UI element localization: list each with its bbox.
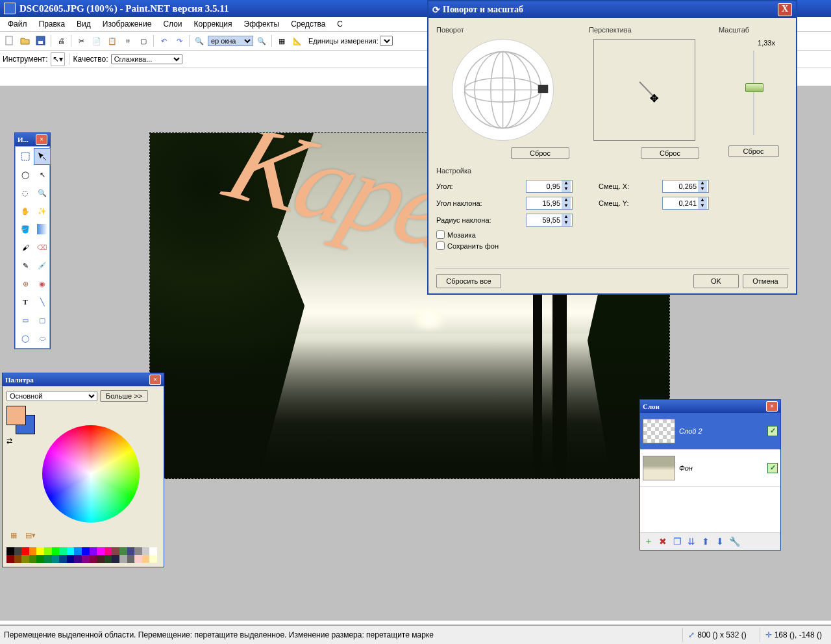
ok-button[interactable]: OK [693, 274, 739, 288]
redo-button[interactable]: ↷ [172, 34, 186, 48]
rotate-sphere[interactable] [452, 39, 554, 141]
new-button[interactable] [3, 34, 17, 48]
swap-colors-icon[interactable]: ⇄ [6, 437, 17, 447]
tilt-angle-input[interactable] [527, 197, 562, 209]
spinner[interactable]: ▲▼ [562, 197, 571, 209]
layer-up-icon[interactable]: ⬆ [700, 536, 712, 547]
angle-input[interactable] [527, 180, 562, 192]
primary-swatch[interactable] [6, 406, 26, 425]
tool-text[interactable]: T [17, 293, 34, 310]
layer-visible-checkbox[interactable]: ✓ [767, 426, 778, 436]
grid-button[interactable]: ▦ [275, 34, 289, 48]
layer-delete-icon[interactable]: ✖ [657, 536, 669, 547]
layer-down-icon[interactable]: ⬇ [714, 536, 726, 547]
layer-row[interactable]: Фон ✓ [640, 450, 780, 487]
color-mode-select[interactable]: Основной [6, 391, 97, 401]
color-wheel[interactable] [42, 425, 140, 523]
units-select[interactable]: п [380, 36, 393, 46]
cancel-button[interactable]: Отмена [743, 274, 788, 288]
tool-move-selection[interactable] [34, 148, 51, 165]
spinner[interactable]: ▲▼ [698, 180, 707, 192]
tool-rect-select[interactable] [17, 148, 34, 165]
reset-all-button[interactable]: Сбросить все [436, 274, 501, 288]
zoom-out-button[interactable]: 🔍 [192, 34, 206, 48]
menu-tools[interactable]: Средства [287, 18, 329, 30]
tool-ellipse-select[interactable]: ◌ [17, 184, 34, 201]
layer-visible-checkbox[interactable]: ✓ [767, 463, 778, 473]
tile-checkbox[interactable] [436, 230, 445, 239]
tool-clone[interactable]: ⊛ [17, 275, 34, 292]
add-palette-icon[interactable]: ▦ [6, 528, 21, 542]
pan-reset-button[interactable]: Сброс [641, 147, 699, 159]
menu-window[interactable]: С [333, 18, 347, 30]
tool-move[interactable]: ↖ [34, 166, 51, 183]
menu-view[interactable]: Вид [73, 18, 95, 30]
tool-rect[interactable]: ▭ [17, 312, 34, 328]
print-button[interactable]: 🖨 [54, 34, 68, 48]
rotate-reset-button[interactable]: Сброс [511, 147, 569, 159]
menu-image[interactable]: Изображение [99, 18, 156, 30]
tool-freeform[interactable]: ⬭ [34, 330, 51, 347]
perspective-control[interactable]: ✥ [593, 39, 695, 141]
tool-picker[interactable]: 💉 [34, 257, 51, 274]
spinner[interactable]: ▲▼ [562, 180, 571, 192]
crop-button[interactable]: ⌗ [121, 34, 135, 48]
colors-window[interactable]: Палитра× Основной Больше >> ⇄ ▦ ▤▾ [2, 373, 164, 567]
tool-zoom[interactable]: 🔍 [34, 184, 51, 201]
scale-reset-button[interactable]: Сброс [728, 145, 779, 157]
layer-row[interactable]: Слой 2 ✓ [640, 413, 780, 450]
tool-pan[interactable]: ✋ [17, 203, 34, 219]
tool-roundrect[interactable]: ▢ [34, 312, 51, 328]
tool-eraser[interactable]: ⌫ [34, 239, 51, 256]
paste-button[interactable]: 📋 [105, 34, 119, 48]
menu-adjust[interactable]: Коррекция [190, 18, 236, 30]
spinner[interactable]: ▲▼ [698, 197, 707, 209]
copy-button[interactable]: 📄 [90, 34, 104, 48]
scale-slider[interactable] [750, 51, 757, 135]
cut-button[interactable]: ✂ [74, 34, 88, 48]
layer-props-icon[interactable]: 🔧 [728, 536, 740, 547]
manage-palette-icon[interactable]: ▤▾ [23, 528, 38, 542]
layer-merge-icon[interactable]: ⇊ [686, 536, 697, 547]
zoom-select[interactable]: ер окна [208, 36, 253, 46]
more-button[interactable]: Больше >> [100, 390, 148, 402]
undo-button[interactable]: ↶ [156, 34, 171, 48]
tool-brush[interactable]: 🖌 [17, 239, 34, 256]
rotate-zoom-dialog[interactable]: ⟳ Поворот и масштаб X Поворот Сброс Перс… [427, 0, 797, 295]
deselect-button[interactable]: ▢ [136, 34, 151, 48]
menu-file[interactable]: Файл [4, 18, 31, 30]
menu-layers[interactable]: Слои [159, 18, 186, 30]
offx-input[interactable] [663, 180, 698, 192]
tool-lasso[interactable]: ◯ [17, 166, 34, 183]
save-button[interactable] [34, 34, 48, 48]
menu-edit[interactable]: Правка [35, 18, 69, 30]
tool-line[interactable]: ╲ [34, 293, 51, 310]
close-icon[interactable]: X [778, 3, 792, 16]
tools-window[interactable]: И...× ◯ ↖ ◌ 🔍 ✋ ✨ 🪣 🖌 ⌫ ✎ 💉 ⊛ ◉ T ╲ ▭ ▢ … [14, 132, 51, 349]
ruler-button[interactable]: 📐 [290, 34, 304, 48]
close-icon[interactable]: × [766, 401, 778, 412]
tilt-radius-input[interactable] [527, 214, 562, 226]
close-icon[interactable]: × [149, 375, 161, 385]
tool-indicator[interactable]: ↖▾ [51, 52, 65, 66]
tool-ellipse[interactable]: ◯ [17, 330, 34, 347]
layers-window[interactable]: Слои× Слой 2 ✓ Фон ✓ ＋ ✖ ❐ ⇊ ⬆ ⬇ 🔧 [639, 399, 781, 551]
close-icon[interactable]: × [36, 134, 47, 145]
offy-input[interactable] [663, 197, 698, 209]
open-button[interactable] [18, 34, 32, 48]
tool-gradient[interactable] [34, 221, 51, 238]
menu-effects[interactable]: Эффекты [240, 18, 284, 30]
tool-magic-wand[interactable]: ✨ [34, 203, 51, 219]
keepbg-checkbox[interactable] [436, 242, 445, 250]
tool-bucket[interactable]: 🪣 [17, 221, 34, 238]
layer-duplicate-icon[interactable]: ❐ [671, 536, 683, 547]
spinner[interactable]: ▲▼ [562, 214, 571, 226]
tool-recolor[interactable]: ◉ [34, 275, 51, 292]
quality-select[interactable]: Сглажива... [111, 54, 182, 64]
palette-swatches[interactable] [6, 547, 157, 563]
layer-new-icon[interactable]: ＋ [643, 536, 654, 547]
tool-pencil[interactable]: ✎ [17, 257, 34, 274]
zoom-in-button[interactable]: 🔍 [254, 34, 269, 48]
slider-thumb[interactable] [745, 83, 763, 92]
move-icon[interactable]: ✥ [650, 92, 658, 104]
